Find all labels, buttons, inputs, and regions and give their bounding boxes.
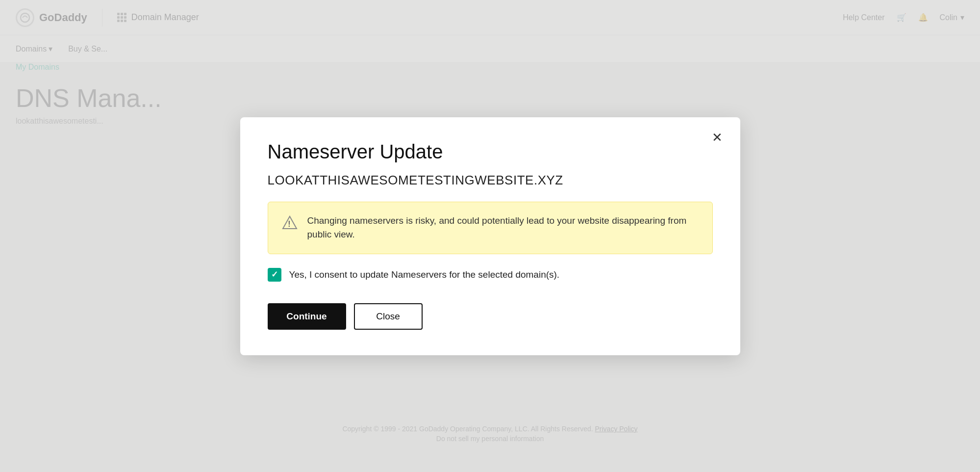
modal-overlay: ✕ Nameserver Update LOOKATTHISAWESOMETES… (0, 0, 980, 472)
nameserver-update-modal: ✕ Nameserver Update LOOKATTHISAWESOMETES… (240, 117, 740, 355)
modal-buttons: Continue Close (268, 303, 713, 330)
modal-domain: LOOKATTHISAWESOMETESTINGWEBSITE.XYZ (268, 173, 713, 188)
consent-row: ✓ Yes, I consent to update Nameservers f… (268, 268, 713, 282)
consent-label: Yes, I consent to update Nameservers for… (289, 269, 560, 280)
modal-title: Nameserver Update (268, 141, 713, 163)
checkmark-icon: ✓ (271, 270, 278, 279)
consent-checkbox[interactable]: ✓ (268, 268, 281, 282)
warning-box: ! Changing nameservers is risky, and cou… (268, 202, 713, 254)
warning-icon: ! (282, 215, 298, 231)
warning-message: Changing nameservers is risky, and could… (307, 214, 699, 242)
close-button[interactable]: Close (354, 303, 423, 330)
svg-text:!: ! (288, 220, 290, 228)
continue-button[interactable]: Continue (268, 303, 346, 330)
modal-close-button[interactable]: ✕ (708, 129, 727, 146)
